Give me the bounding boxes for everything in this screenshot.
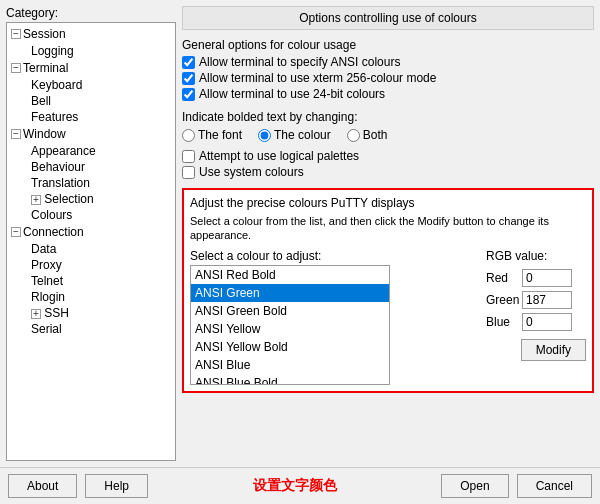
xterm256-label: Allow terminal to use xterm 256-colour m… <box>199 71 436 85</box>
sidebar-item-serial[interactable]: Serial <box>9 321 173 337</box>
blue-row: Blue <box>486 313 586 331</box>
list-item-ansi-blue-bold[interactable]: ANSI Blue Bold <box>191 374 389 385</box>
bold-section: Indicate bolded text by changing: The fo… <box>182 106 594 144</box>
connection-label: Connection <box>23 225 84 239</box>
rgb-label: RGB value: <box>486 249 586 263</box>
radio-colour-input[interactable] <box>258 129 271 142</box>
about-button[interactable]: About <box>8 474 77 498</box>
24bit-checkbox[interactable] <box>182 88 195 101</box>
bell-label: Bell <box>31 94 51 108</box>
proxy-label: Proxy <box>31 258 62 272</box>
ansi-label: Allow terminal to specify ANSI colours <box>199 55 400 69</box>
bold-radio-group: The font The colour Both <box>182 126 594 144</box>
colour-list-container: Select a colour to adjust: ANSI Red Bold… <box>190 249 478 385</box>
sidebar-item-rlogin[interactable]: Rlogin <box>9 289 173 305</box>
plus-icon-selection[interactable]: + <box>31 195 41 205</box>
sidebar-item-connection[interactable]: − Connection <box>9 223 173 241</box>
colours-label: Colours <box>31 208 72 222</box>
content-area: Category: − Session Logging − <box>0 0 600 467</box>
colour-list[interactable]: ANSI Red Bold ANSI Green ANSI Green Bold… <box>190 265 390 385</box>
system-label: Use system colours <box>199 165 304 179</box>
rgb-panel: RGB value: Red Green Blue <box>486 249 586 385</box>
checkbox-24bit: Allow terminal to use 24-bit colours <box>182 86 594 102</box>
list-item-ansi-yellow-bold[interactable]: ANSI Yellow Bold <box>191 338 389 356</box>
minus-icon-window[interactable]: − <box>11 129 21 139</box>
sidebar-item-translation[interactable]: Translation <box>9 175 173 191</box>
radio-font-label: The font <box>198 128 242 142</box>
logical-checkbox[interactable] <box>182 150 195 163</box>
session-label: Session <box>23 27 66 41</box>
plus-icon-ssh[interactable]: + <box>31 309 41 319</box>
green-input[interactable] <box>522 291 572 309</box>
ansi-checkbox[interactable] <box>182 56 195 69</box>
24bit-label: Allow terminal to use 24-bit colours <box>199 87 385 101</box>
general-section: General options for colour usage Allow t… <box>182 34 594 102</box>
red-input[interactable] <box>522 269 572 287</box>
green-row: Green <box>486 291 586 309</box>
sidebar-item-ssh[interactable]: + SSH <box>9 305 173 321</box>
bold-title: Indicate bolded text by changing: <box>182 110 594 124</box>
tree-container: − Session Logging − Terminal Keyboard <box>6 22 176 461</box>
telnet-label: Telnet <box>31 274 63 288</box>
checkbox-xterm256: Allow terminal to use xterm 256-colour m… <box>182 70 594 86</box>
serial-label: Serial <box>31 322 62 336</box>
colour-list-label: Select a colour to adjust: <box>190 249 478 263</box>
red-row: Red <box>486 269 586 287</box>
sidebar-item-selection[interactable]: + Selection <box>9 191 173 207</box>
sidebar-item-window[interactable]: − Window <box>9 125 173 143</box>
radio-font-input[interactable] <box>182 129 195 142</box>
sidebar-item-colours[interactable]: Colours <box>9 207 173 223</box>
adjust-section: Adjust the precise colours PuTTY display… <box>182 188 594 393</box>
sidebar-item-bell[interactable]: Bell <box>9 93 173 109</box>
data-label: Data <box>31 242 56 256</box>
radio-both-label: Both <box>363 128 388 142</box>
checkbox-logical: Attempt to use logical palettes <box>182 148 594 164</box>
minus-icon-terminal[interactable]: − <box>11 63 21 73</box>
translation-label: Translation <box>31 176 90 190</box>
list-item-ansi-red-bold[interactable]: ANSI Red Bold <box>191 266 389 284</box>
logging-label: Logging <box>31 44 74 58</box>
xterm256-checkbox[interactable] <box>182 72 195 85</box>
sidebar-item-session[interactable]: − Session <box>9 25 173 43</box>
list-item-ansi-blue[interactable]: ANSI Blue <box>191 356 389 374</box>
sidebar-item-terminal[interactable]: − Terminal <box>9 59 173 77</box>
modify-button[interactable]: Modify <box>521 339 586 361</box>
appearance-label: Appearance <box>31 144 96 158</box>
logical-label: Attempt to use logical palettes <box>199 149 359 163</box>
red-label: Red <box>486 271 516 285</box>
adjust-title: Adjust the precise colours PuTTY display… <box>190 196 586 210</box>
sidebar-item-appearance[interactable]: Appearance <box>9 143 173 159</box>
checkbox-system: Use system colours <box>182 164 594 180</box>
radio-both-input[interactable] <box>347 129 360 142</box>
keyboard-label: Keyboard <box>31 78 82 92</box>
radio-colour: The colour <box>258 128 331 142</box>
checkbox-ansi: Allow terminal to specify ANSI colours <box>182 54 594 70</box>
cancel-button[interactable]: Cancel <box>517 474 592 498</box>
minus-icon-session[interactable]: − <box>11 29 21 39</box>
general-title: General options for colour usage <box>182 38 594 52</box>
radio-font: The font <box>182 128 242 142</box>
radio-both: Both <box>347 128 388 142</box>
blue-input[interactable] <box>522 313 572 331</box>
sidebar-item-behaviour[interactable]: Behaviour <box>9 159 173 175</box>
terminal-label: Terminal <box>23 61 68 75</box>
sidebar-item-keyboard[interactable]: Keyboard <box>9 77 173 93</box>
blue-label: Blue <box>486 315 516 329</box>
category-label: Category: <box>6 6 176 20</box>
selection-label: Selection <box>44 192 93 206</box>
list-item-ansi-green[interactable]: ANSI Green <box>191 284 389 302</box>
sidebar-item-data[interactable]: Data <box>9 241 173 257</box>
minus-icon-connection[interactable]: − <box>11 227 21 237</box>
sidebar-item-logging[interactable]: Logging <box>9 43 173 59</box>
colour-controls: Select a colour to adjust: ANSI Red Bold… <box>190 249 586 385</box>
sidebar-item-telnet[interactable]: Telnet <box>9 273 173 289</box>
sidebar-item-features[interactable]: Features <box>9 109 173 125</box>
radio-colour-label: The colour <box>274 128 331 142</box>
list-item-ansi-yellow[interactable]: ANSI Yellow <box>191 320 389 338</box>
list-item-ansi-green-bold[interactable]: ANSI Green Bold <box>191 302 389 320</box>
window-label: Window <box>23 127 66 141</box>
open-button[interactable]: Open <box>441 474 508 498</box>
sidebar-item-proxy[interactable]: Proxy <box>9 257 173 273</box>
system-checkbox[interactable] <box>182 166 195 179</box>
help-button[interactable]: Help <box>85 474 148 498</box>
